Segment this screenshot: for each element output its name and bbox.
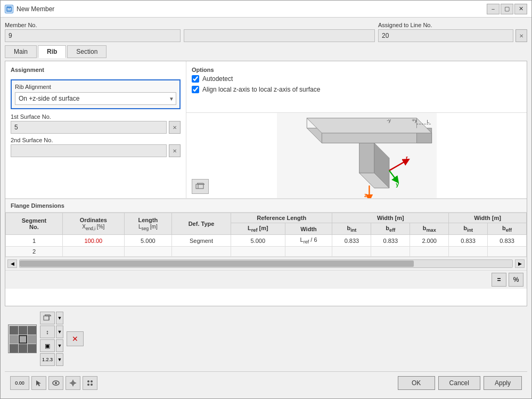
scroll-right-button[interactable]: ▶ (515, 259, 525, 268)
svg-rect-23 (196, 184, 203, 189)
cell-b-int-2: 0.833 (449, 235, 488, 247)
view-arrow-button[interactable]: ▼ (56, 312, 63, 324)
autodetect-checkbox[interactable] (192, 75, 199, 83)
cell-b-max: 2.000 (410, 235, 449, 247)
delete-button[interactable]: ✕ (67, 331, 84, 346)
scrollbar-thumb (20, 260, 414, 267)
ok-button[interactable]: OK (398, 376, 435, 390)
grid-cell-4 (10, 335, 18, 344)
first-surface-clear-button[interactable]: ✕ (169, 121, 181, 134)
col-ordinates: OrdinatesXend,i [%] (62, 213, 124, 235)
second-surface-input[interactable] (11, 144, 167, 157)
maximize-button[interactable]: ▢ (501, 4, 513, 14)
svg-point-35 (87, 380, 89, 382)
member-no-label: Member No. (5, 22, 181, 28)
title-buttons: − ▢ ✕ (487, 4, 527, 14)
node-button[interactable] (83, 376, 97, 390)
grid-selector[interactable] (8, 324, 37, 353)
tab-main[interactable]: Main (5, 45, 37, 58)
title-bar: M New Member − ▢ ✕ (1, 1, 531, 18)
right-panel: Options Autodetect Align local z-axis to… (186, 61, 527, 198)
content-area: Member No. Assigned to Line No. ✕ Main R… (1, 18, 531, 398)
sort-button[interactable]: ↕ (40, 325, 55, 338)
svg-marker-29 (36, 380, 41, 386)
svg-text:M: M (7, 7, 11, 12)
options-title: Options (192, 67, 521, 73)
cross-button[interactable] (66, 376, 80, 390)
view-icon-row-2: ↕ ▼ (40, 325, 63, 338)
second-surface-clear-button[interactable]: ✕ (169, 144, 181, 157)
assigned-label: Assigned to Line No. (378, 22, 527, 28)
cell-ordinates-2 (62, 247, 124, 257)
assigned-input[interactable] (378, 29, 513, 42)
cell-def-type-2 (172, 247, 231, 257)
eye-button[interactable] (48, 376, 63, 390)
number-button[interactable]: 1.2.3 (40, 353, 55, 366)
view-icon-row-1: ▼ (40, 312, 63, 324)
autodetect-label: Autodetect (202, 75, 233, 83)
horizontal-scrollbar[interactable] (19, 259, 513, 268)
bottom-right-buttons: OK Cancel Apply (398, 376, 522, 390)
number-arrow-button[interactable]: ▼ (56, 353, 63, 366)
svg-text:y: y (396, 182, 399, 188)
svg-marker-10 (359, 143, 374, 173)
table-row: 2 (6, 247, 527, 257)
cell-segment-no: 1 (6, 235, 63, 247)
col-ref-length-header: Reference Length (231, 213, 332, 223)
svg-point-37 (87, 384, 89, 386)
bottom-area: ▼ ↕ ▼ ▣ ▼ 1.2.3 ▼ ✕ (5, 310, 527, 368)
svg-point-31 (55, 382, 57, 384)
scroll-left-button[interactable]: ◀ (7, 259, 17, 268)
col-b-max: bmax (410, 223, 449, 235)
view-icon-row-4: 1.2.3 ▼ (40, 353, 63, 366)
copy-arrow-button[interactable]: ▼ (56, 339, 63, 352)
diagram-view-button[interactable] (192, 179, 209, 194)
align-z-row: Align local z-axis to local z-axis of su… (192, 86, 521, 93)
cell-b-eff-3 (371, 247, 410, 257)
first-surface-input-row: ✕ (11, 121, 181, 134)
assigned-row: ✕ (378, 29, 527, 42)
cell-lref-2 (231, 247, 285, 257)
grid-cell-3 (28, 326, 36, 335)
cell-b-int: 0.833 (332, 235, 371, 247)
assigned-clear-button[interactable]: ✕ (515, 29, 527, 42)
member-no-input[interactable] (5, 29, 181, 42)
grid-cell-2 (19, 326, 27, 335)
svg-text:L: L (427, 119, 429, 124)
tab-rib[interactable]: Rib (38, 45, 66, 58)
percent-button[interactable]: % (509, 273, 523, 287)
close-button[interactable]: ✕ (514, 4, 527, 14)
diagram-area: z r y L -y (186, 113, 527, 198)
tab-section[interactable]: Section (67, 45, 107, 58)
flange-title: Flange Dimensions (5, 199, 527, 213)
first-surface-input[interactable] (11, 121, 167, 134)
rib-alignment-select[interactable]: On +z-side of surface On -z-side of surf… (15, 92, 176, 105)
sort-arrow-button[interactable]: ▼ (56, 325, 63, 338)
table-row: 1 100.00 5.000 Segment 5.000 Lref / 6 0.… (6, 235, 527, 247)
equals-button[interactable]: = (492, 273, 506, 287)
bottom-buttons: 0.00 (5, 371, 527, 394)
svg-marker-24 (197, 183, 204, 184)
assignment-title: Assignment (11, 67, 181, 73)
col-def-type: Def. Type (172, 213, 231, 235)
align-z-checkbox[interactable] (192, 86, 199, 93)
flange-table-body: 1 100.00 5.000 Segment 5.000 Lref / 6 0.… (6, 235, 527, 257)
copy-button[interactable]: ▣ (40, 339, 55, 352)
coord-button[interactable]: 0.00 (10, 376, 29, 390)
rib-alignment-label: Rib Alignment (15, 84, 176, 90)
svg-point-38 (91, 384, 93, 386)
svg-marker-27 (45, 315, 51, 316)
top-row: Member No. Assigned to Line No. ✕ (5, 22, 527, 42)
middle-input[interactable] (184, 29, 375, 42)
svg-rect-26 (44, 316, 49, 320)
pointer-button[interactable] (31, 376, 46, 390)
cancel-button[interactable]: Cancel (438, 376, 480, 390)
col-b-eff-2: beff (488, 223, 527, 235)
3d-view-button[interactable] (40, 312, 55, 324)
minimize-button[interactable]: − (487, 4, 500, 14)
cell-lref: 5.000 (231, 235, 285, 247)
main-window: M New Member − ▢ ✕ Member No. Assigned t… (0, 0, 532, 399)
align-z-label: Align local z-axis to local z-axis of su… (202, 86, 320, 93)
side-tools-area: ▼ ↕ ▼ ▣ ▼ 1.2.3 ▼ ✕ (8, 312, 84, 366)
apply-button[interactable]: Apply (484, 376, 522, 390)
